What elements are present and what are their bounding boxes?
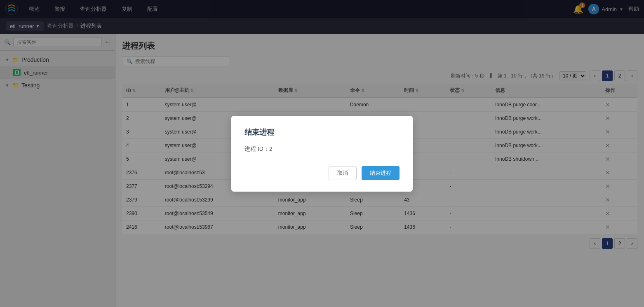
modal-overlay: 结束进程 进程 ID：2 取消 结束进程 xyxy=(0,0,644,307)
kill-process-modal: 结束进程 进程 ID：2 取消 结束进程 xyxy=(231,116,413,192)
modal-title: 结束进程 xyxy=(244,127,400,137)
modal-footer: 取消 结束进程 xyxy=(244,166,400,180)
confirm-kill-button[interactable]: 结束进程 xyxy=(362,166,400,180)
cancel-button[interactable]: 取消 xyxy=(329,166,357,180)
modal-body: 进程 ID：2 xyxy=(244,145,400,153)
